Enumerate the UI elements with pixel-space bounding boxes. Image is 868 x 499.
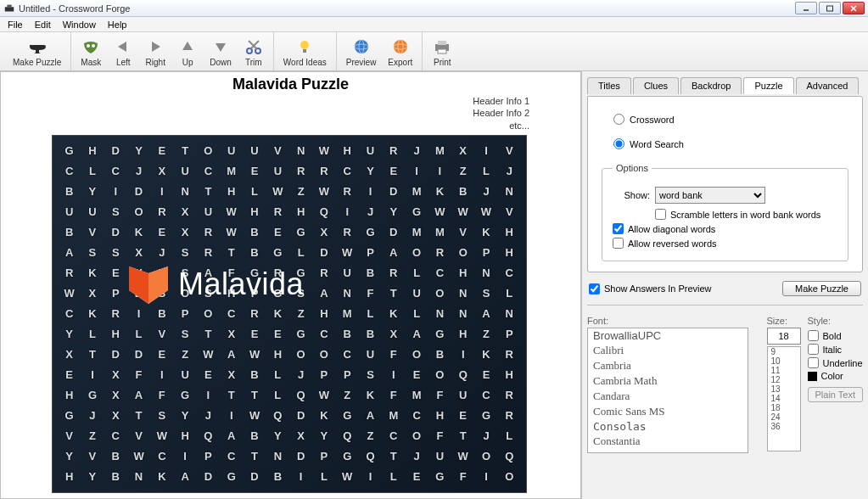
grid-cell: T [173, 141, 196, 161]
grid-cell: L [243, 182, 266, 202]
size-input[interactable] [767, 328, 801, 345]
font-item[interactable]: Calibri [588, 343, 748, 358]
size-item[interactable]: 9 [768, 347, 800, 356]
grid-cell: E [150, 141, 173, 161]
grid-cell: W [451, 202, 474, 222]
grid-cell: G [428, 467, 451, 487]
grid-cell: R [58, 263, 81, 283]
size-item[interactable]: 18 [768, 403, 800, 412]
font-item[interactable]: Comic Sans MS [588, 404, 748, 419]
size-item[interactable]: 11 [768, 366, 800, 375]
grid-cell: O [312, 345, 335, 365]
preview-button[interactable]: Preview [340, 34, 383, 70]
size-item[interactable]: 10 [768, 356, 800, 366]
grid-cell: Q [336, 426, 359, 446]
malavida-shield-icon [126, 261, 171, 307]
grid-cell: D [104, 222, 127, 243]
tab-backdrop[interactable]: Backdrop [680, 77, 742, 94]
grid-cell: M [428, 222, 451, 243]
right-panel: TitlesCluesBackdropPuzzleAdvanced Crossw… [581, 71, 868, 499]
tab-titles[interactable]: Titles [587, 77, 631, 94]
grid-cell: H [58, 385, 81, 406]
menu-help[interactable]: Help [102, 18, 133, 31]
grid-cell: F [428, 385, 451, 406]
grid-cell: B [104, 446, 127, 467]
size-item[interactable]: 36 [768, 422, 800, 431]
grid-cell: S [104, 202, 127, 222]
grid-cell: L [289, 243, 312, 263]
grid-cell: A [127, 385, 150, 406]
underline-checkbox[interactable] [808, 357, 819, 368]
grid-cell: N [451, 304, 474, 324]
font-item[interactable]: Cambria [588, 358, 748, 373]
font-item[interactable]: BrowalliaUPC [588, 328, 748, 343]
tab-puzzle[interactable]: Puzzle [743, 77, 793, 94]
grid-cell: Y [312, 426, 335, 446]
grid-cell: P [498, 324, 521, 345]
svg-point-17 [394, 40, 407, 53]
minimize-button[interactable] [795, 2, 817, 14]
grid-cell: G [81, 385, 104, 406]
font-item[interactable]: Constantia [588, 434, 748, 449]
plain-text-button[interactable]: Plain Text [808, 387, 864, 402]
tab-clues[interactable]: Clues [633, 77, 679, 94]
trim-button[interactable]: Trim [238, 34, 270, 70]
right-button[interactable]: Right [139, 34, 171, 70]
up-button[interactable]: Up [171, 34, 204, 70]
reversed-checkbox[interactable] [613, 238, 624, 249]
show-answers-checkbox[interactable] [589, 283, 600, 294]
grid-cell: L [405, 304, 428, 324]
grid-cell: R [312, 161, 335, 182]
bold-checkbox[interactable] [808, 330, 819, 341]
mask-button[interactable]: Mask [75, 34, 107, 70]
size-item[interactable]: 13 [768, 384, 800, 394]
grid-cell: Q [289, 385, 312, 406]
font-label: Font: [587, 316, 760, 326]
print-button[interactable]: Print [426, 34, 458, 70]
toolbar-label: Export [388, 58, 412, 67]
grid-cell: R [197, 243, 220, 263]
font-item[interactable]: Cambria Math [588, 373, 748, 389]
grid-cell: T [243, 385, 266, 406]
grid-cell: G [266, 243, 289, 263]
word-ideas-button[interactable]: Word Ideas [277, 34, 333, 70]
grid-cell: O [289, 345, 312, 365]
close-button[interactable] [843, 2, 865, 14]
maximize-button[interactable] [819, 2, 841, 14]
crossword-label: Crossword [630, 115, 675, 125]
menu-window[interactable]: Window [57, 18, 102, 31]
grid-cell: Y [81, 467, 104, 487]
crossword-radio[interactable] [613, 114, 624, 125]
size-item[interactable]: 12 [768, 375, 800, 384]
down-button[interactable]: Down [204, 34, 238, 70]
font-item[interactable]: Corbel [588, 449, 748, 453]
size-item[interactable]: 24 [768, 412, 800, 422]
grid-cell: X [150, 161, 173, 182]
make-puzzle-button[interactable]: Make Puzzle [7, 34, 67, 70]
size-list[interactable]: 91011121314182436 [767, 346, 801, 451]
color-swatch[interactable] [808, 372, 817, 381]
wordsearch-radio[interactable] [613, 138, 624, 149]
tab-advanced[interactable]: Advanced [796, 77, 860, 94]
show-select[interactable]: word bank [655, 187, 765, 204]
menu-file[interactable]: File [2, 18, 29, 31]
svg-point-12 [300, 41, 309, 49]
grid-cell: E [150, 345, 173, 365]
grid-cell: R [266, 202, 289, 222]
left-button[interactable]: Left [107, 34, 139, 70]
italic-checkbox[interactable] [808, 344, 819, 355]
scramble-checkbox[interactable] [655, 209, 666, 220]
menu-edit[interactable]: Edit [29, 18, 57, 31]
font-list[interactable]: BrowalliaUPCCalibriCambriaCambria MathCa… [587, 328, 748, 453]
font-item[interactable]: Consolas [588, 419, 748, 434]
export-button[interactable]: Export [382, 34, 418, 70]
make-puzzle-button[interactable]: Make Puzzle [782, 281, 861, 296]
svg-rect-21 [438, 41, 446, 45]
grid-cell: W [243, 345, 266, 365]
diagonal-checkbox[interactable] [613, 223, 624, 234]
grid-cell: W [312, 182, 335, 202]
globe-orange-icon [390, 36, 411, 57]
size-item[interactable]: 14 [768, 394, 800, 403]
grid-cell: I [474, 141, 497, 161]
font-item[interactable]: Candara [588, 389, 748, 404]
